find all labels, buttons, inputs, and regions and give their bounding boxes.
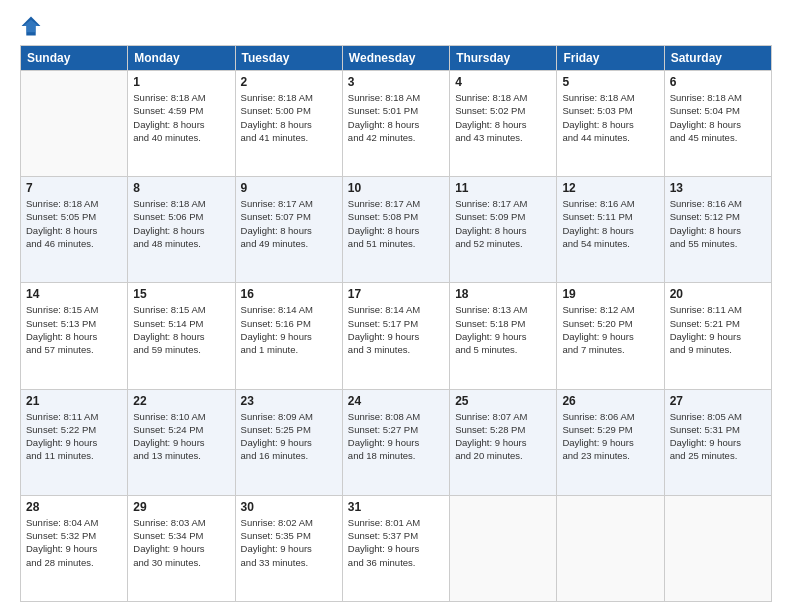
day-number: 16 [241, 287, 337, 301]
day-info: Sunrise: 8:09 AM Sunset: 5:25 PM Dayligh… [241, 410, 337, 463]
svg-marker-1 [23, 20, 39, 33]
day-number: 19 [562, 287, 658, 301]
day-info: Sunrise: 8:11 AM Sunset: 5:22 PM Dayligh… [26, 410, 122, 463]
day-info: Sunrise: 8:02 AM Sunset: 5:35 PM Dayligh… [241, 516, 337, 569]
day-number: 1 [133, 75, 229, 89]
weekday-header-row: SundayMondayTuesdayWednesdayThursdayFrid… [21, 46, 772, 71]
empty-cell [664, 495, 771, 601]
calendar-day-cell: 17Sunrise: 8:14 AM Sunset: 5:17 PM Dayli… [342, 283, 449, 389]
calendar-day-cell: 3Sunrise: 8:18 AM Sunset: 5:01 PM Daylig… [342, 71, 449, 177]
day-info: Sunrise: 8:18 AM Sunset: 4:59 PM Dayligh… [133, 91, 229, 144]
day-info: Sunrise: 8:07 AM Sunset: 5:28 PM Dayligh… [455, 410, 551, 463]
day-number: 11 [455, 181, 551, 195]
header [20, 15, 772, 37]
day-info: Sunrise: 8:18 AM Sunset: 5:01 PM Dayligh… [348, 91, 444, 144]
empty-cell [21, 71, 128, 177]
day-info: Sunrise: 8:12 AM Sunset: 5:20 PM Dayligh… [562, 303, 658, 356]
weekday-header-friday: Friday [557, 46, 664, 71]
calendar-day-cell: 23Sunrise: 8:09 AM Sunset: 5:25 PM Dayli… [235, 389, 342, 495]
day-info: Sunrise: 8:14 AM Sunset: 5:16 PM Dayligh… [241, 303, 337, 356]
calendar-day-cell: 29Sunrise: 8:03 AM Sunset: 5:34 PM Dayli… [128, 495, 235, 601]
calendar-week-row: 1Sunrise: 8:18 AM Sunset: 4:59 PM Daylig… [21, 71, 772, 177]
day-number: 2 [241, 75, 337, 89]
day-number: 27 [670, 394, 766, 408]
weekday-header-saturday: Saturday [664, 46, 771, 71]
day-number: 4 [455, 75, 551, 89]
day-info: Sunrise: 8:18 AM Sunset: 5:00 PM Dayligh… [241, 91, 337, 144]
day-number: 12 [562, 181, 658, 195]
calendar-day-cell: 4Sunrise: 8:18 AM Sunset: 5:02 PM Daylig… [450, 71, 557, 177]
calendar-day-cell: 26Sunrise: 8:06 AM Sunset: 5:29 PM Dayli… [557, 389, 664, 495]
calendar-week-row: 7Sunrise: 8:18 AM Sunset: 5:05 PM Daylig… [21, 177, 772, 283]
day-number: 30 [241, 500, 337, 514]
day-info: Sunrise: 8:10 AM Sunset: 5:24 PM Dayligh… [133, 410, 229, 463]
day-number: 24 [348, 394, 444, 408]
day-info: Sunrise: 8:17 AM Sunset: 5:09 PM Dayligh… [455, 197, 551, 250]
day-number: 18 [455, 287, 551, 301]
day-info: Sunrise: 8:14 AM Sunset: 5:17 PM Dayligh… [348, 303, 444, 356]
calendar-day-cell: 10Sunrise: 8:17 AM Sunset: 5:08 PM Dayli… [342, 177, 449, 283]
day-info: Sunrise: 8:13 AM Sunset: 5:18 PM Dayligh… [455, 303, 551, 356]
calendar-day-cell: 6Sunrise: 8:18 AM Sunset: 5:04 PM Daylig… [664, 71, 771, 177]
weekday-header-monday: Monday [128, 46, 235, 71]
calendar-week-row: 14Sunrise: 8:15 AM Sunset: 5:13 PM Dayli… [21, 283, 772, 389]
calendar-day-cell: 31Sunrise: 8:01 AM Sunset: 5:37 PM Dayli… [342, 495, 449, 601]
empty-cell [450, 495, 557, 601]
day-info: Sunrise: 8:18 AM Sunset: 5:02 PM Dayligh… [455, 91, 551, 144]
page: SundayMondayTuesdayWednesdayThursdayFrid… [0, 0, 792, 612]
calendar-day-cell: 25Sunrise: 8:07 AM Sunset: 5:28 PM Dayli… [450, 389, 557, 495]
logo [20, 15, 46, 37]
day-number: 29 [133, 500, 229, 514]
calendar-day-cell: 21Sunrise: 8:11 AM Sunset: 5:22 PM Dayli… [21, 389, 128, 495]
calendar-day-cell: 24Sunrise: 8:08 AM Sunset: 5:27 PM Dayli… [342, 389, 449, 495]
calendar-day-cell: 9Sunrise: 8:17 AM Sunset: 5:07 PM Daylig… [235, 177, 342, 283]
empty-cell [557, 495, 664, 601]
day-number: 26 [562, 394, 658, 408]
day-number: 25 [455, 394, 551, 408]
calendar-day-cell: 5Sunrise: 8:18 AM Sunset: 5:03 PM Daylig… [557, 71, 664, 177]
day-number: 22 [133, 394, 229, 408]
day-info: Sunrise: 8:06 AM Sunset: 5:29 PM Dayligh… [562, 410, 658, 463]
calendar-day-cell: 22Sunrise: 8:10 AM Sunset: 5:24 PM Dayli… [128, 389, 235, 495]
calendar-day-cell: 16Sunrise: 8:14 AM Sunset: 5:16 PM Dayli… [235, 283, 342, 389]
calendar-day-cell: 12Sunrise: 8:16 AM Sunset: 5:11 PM Dayli… [557, 177, 664, 283]
logo-icon [20, 15, 42, 37]
calendar-day-cell: 18Sunrise: 8:13 AM Sunset: 5:18 PM Dayli… [450, 283, 557, 389]
calendar-day-cell: 7Sunrise: 8:18 AM Sunset: 5:05 PM Daylig… [21, 177, 128, 283]
day-number: 14 [26, 287, 122, 301]
calendar-week-row: 21Sunrise: 8:11 AM Sunset: 5:22 PM Dayli… [21, 389, 772, 495]
day-info: Sunrise: 8:17 AM Sunset: 5:08 PM Dayligh… [348, 197, 444, 250]
day-info: Sunrise: 8:17 AM Sunset: 5:07 PM Dayligh… [241, 197, 337, 250]
day-number: 17 [348, 287, 444, 301]
day-number: 3 [348, 75, 444, 89]
day-info: Sunrise: 8:05 AM Sunset: 5:31 PM Dayligh… [670, 410, 766, 463]
calendar-day-cell: 15Sunrise: 8:15 AM Sunset: 5:14 PM Dayli… [128, 283, 235, 389]
day-number: 21 [26, 394, 122, 408]
day-number: 20 [670, 287, 766, 301]
day-number: 6 [670, 75, 766, 89]
day-info: Sunrise: 8:18 AM Sunset: 5:05 PM Dayligh… [26, 197, 122, 250]
day-info: Sunrise: 8:16 AM Sunset: 5:12 PM Dayligh… [670, 197, 766, 250]
day-number: 15 [133, 287, 229, 301]
weekday-header-sunday: Sunday [21, 46, 128, 71]
calendar-day-cell: 20Sunrise: 8:11 AM Sunset: 5:21 PM Dayli… [664, 283, 771, 389]
day-info: Sunrise: 8:16 AM Sunset: 5:11 PM Dayligh… [562, 197, 658, 250]
day-info: Sunrise: 8:15 AM Sunset: 5:13 PM Dayligh… [26, 303, 122, 356]
weekday-header-wednesday: Wednesday [342, 46, 449, 71]
day-info: Sunrise: 8:18 AM Sunset: 5:03 PM Dayligh… [562, 91, 658, 144]
day-number: 23 [241, 394, 337, 408]
day-info: Sunrise: 8:04 AM Sunset: 5:32 PM Dayligh… [26, 516, 122, 569]
day-info: Sunrise: 8:18 AM Sunset: 5:04 PM Dayligh… [670, 91, 766, 144]
day-number: 28 [26, 500, 122, 514]
day-info: Sunrise: 8:15 AM Sunset: 5:14 PM Dayligh… [133, 303, 229, 356]
calendar-day-cell: 28Sunrise: 8:04 AM Sunset: 5:32 PM Dayli… [21, 495, 128, 601]
calendar-week-row: 28Sunrise: 8:04 AM Sunset: 5:32 PM Dayli… [21, 495, 772, 601]
day-info: Sunrise: 8:08 AM Sunset: 5:27 PM Dayligh… [348, 410, 444, 463]
calendar-day-cell: 30Sunrise: 8:02 AM Sunset: 5:35 PM Dayli… [235, 495, 342, 601]
weekday-header-thursday: Thursday [450, 46, 557, 71]
day-number: 7 [26, 181, 122, 195]
day-number: 5 [562, 75, 658, 89]
calendar-day-cell: 13Sunrise: 8:16 AM Sunset: 5:12 PM Dayli… [664, 177, 771, 283]
calendar-day-cell: 14Sunrise: 8:15 AM Sunset: 5:13 PM Dayli… [21, 283, 128, 389]
day-info: Sunrise: 8:11 AM Sunset: 5:21 PM Dayligh… [670, 303, 766, 356]
